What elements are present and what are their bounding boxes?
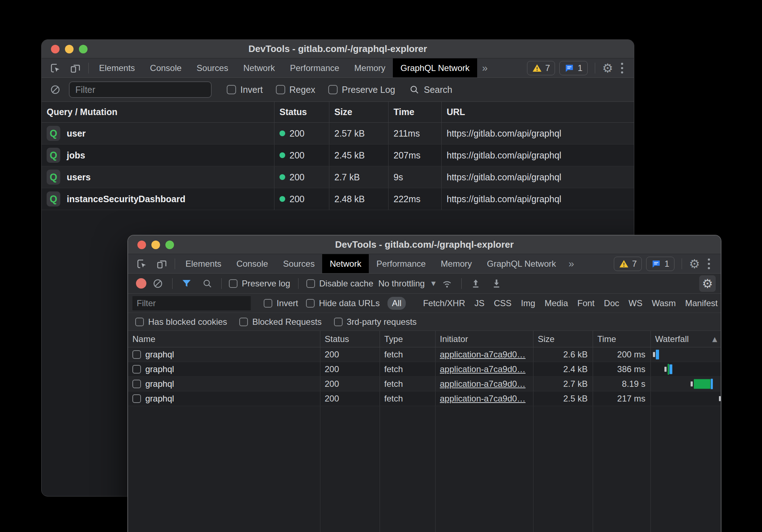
- tab-elements[interactable]: Elements: [178, 254, 229, 273]
- inspect-element-icon[interactable]: [128, 254, 152, 273]
- filter-type-css[interactable]: CSS: [494, 298, 512, 308]
- row-checkbox[interactable]: [132, 380, 141, 388]
- hide-data-urls-checkbox-group[interactable]: Hide data URLs: [306, 298, 380, 308]
- has-blocked-cookies-checkbox[interactable]: [135, 318, 144, 326]
- column-header-status[interactable]: Status: [320, 331, 380, 347]
- filter-type-wasm[interactable]: Wasm: [652, 298, 676, 308]
- table-row[interactable]: Qjobs 200 2.45 kB 207ms https://gitlab.c…: [42, 144, 634, 166]
- column-header-status[interactable]: Status: [274, 102, 329, 122]
- column-header-type[interactable]: Type: [380, 331, 436, 347]
- has-blocked-cookies-checkbox-group[interactable]: Has blocked cookies: [135, 317, 227, 327]
- invert-checkbox-group[interactable]: Invert: [264, 298, 298, 308]
- more-options-icon[interactable]: [617, 63, 627, 73]
- invert-checkbox-group[interactable]: Invert: [227, 85, 263, 95]
- preserve-log-checkbox-group[interactable]: Preserve Log: [328, 85, 395, 95]
- filter-input[interactable]: [69, 81, 212, 98]
- throttling-select[interactable]: No throttling ▼: [378, 279, 436, 289]
- column-header-time[interactable]: Time: [389, 102, 442, 122]
- preserve-log-checkbox[interactable]: [229, 279, 237, 288]
- zoom-window-button[interactable]: [165, 241, 174, 249]
- filter-type-ws[interactable]: WS: [629, 298, 643, 308]
- minimize-window-button[interactable]: [151, 241, 160, 249]
- tab-elements[interactable]: Elements: [91, 58, 142, 77]
- table-row[interactable]: QinstanceSecurityDashboard 200 2.48 kB 2…: [42, 188, 634, 210]
- close-window-button[interactable]: [51, 45, 60, 53]
- tab-console[interactable]: Console: [142, 58, 189, 77]
- search-icon[interactable]: [198, 278, 217, 289]
- table-row[interactable]: graphql 200 fetch application-a7ca9d0… 2…: [128, 391, 721, 406]
- tab-memory[interactable]: Memory: [433, 254, 480, 273]
- issues-badge[interactable]: 1: [559, 61, 587, 75]
- tab-performance[interactable]: Performance: [282, 58, 347, 77]
- network-settings-button[interactable]: ⚙: [699, 275, 716, 292]
- blocked-requests-checkbox[interactable]: [239, 318, 248, 326]
- disable-cache-checkbox-group[interactable]: Disable cache: [306, 279, 373, 289]
- hide-data-urls-checkbox[interactable]: [306, 299, 315, 308]
- tab-graphql-network[interactable]: GraphQL Network: [393, 58, 477, 77]
- table-row[interactable]: graphql 200 fetch application-a7ca9d0… 2…: [128, 362, 721, 377]
- tab-performance[interactable]: Performance: [369, 254, 433, 273]
- row-checkbox[interactable]: [132, 365, 141, 374]
- network-conditions-icon[interactable]: [437, 278, 457, 289]
- initiator-link[interactable]: application-a7ca9d0…: [440, 379, 526, 389]
- third-party-requests-checkbox-group[interactable]: 3rd-party requests: [334, 317, 417, 327]
- column-header-size[interactable]: Size: [329, 102, 389, 122]
- warnings-badge[interactable]: 7: [527, 61, 555, 75]
- import-har-icon[interactable]: [466, 278, 485, 289]
- filter-type-font[interactable]: Font: [577, 298, 594, 308]
- table-row[interactable]: Qusers 200 2.7 kB 9s https://gitlab.com/…: [42, 166, 634, 188]
- initiator-link[interactable]: application-a7ca9d0…: [440, 394, 526, 404]
- device-toolbar-icon[interactable]: [65, 58, 85, 77]
- third-party-requests-checkbox[interactable]: [334, 318, 343, 326]
- filter-type-fetch-xhr[interactable]: Fetch/XHR: [423, 298, 465, 308]
- zoom-window-button[interactable]: [79, 45, 88, 53]
- close-window-button[interactable]: [137, 241, 146, 249]
- tab-memory[interactable]: Memory: [347, 58, 393, 77]
- invert-checkbox[interactable]: [227, 85, 236, 94]
- filter-funnel-icon[interactable]: [177, 278, 196, 289]
- table-row[interactable]: Quser 200 2.57 kB 211ms https://gitlab.c…: [42, 123, 634, 144]
- inspect-element-icon[interactable]: [42, 58, 65, 77]
- regex-checkbox[interactable]: [276, 85, 285, 94]
- column-header-time[interactable]: Time: [593, 331, 651, 347]
- tab-graphql-network[interactable]: GraphQL Network: [479, 254, 564, 273]
- column-header-name[interactable]: Name: [128, 331, 320, 347]
- tab-sources[interactable]: Sources: [276, 254, 322, 273]
- tab-network[interactable]: Network: [322, 254, 369, 273]
- device-toolbar-icon[interactable]: [152, 254, 172, 273]
- settings-gear-icon[interactable]: ⚙: [602, 62, 613, 74]
- column-header-waterfall[interactable]: Waterfall ▲: [651, 331, 721, 347]
- export-har-icon[interactable]: [487, 278, 506, 289]
- column-header-query-mutation[interactable]: Query / Mutation: [42, 102, 274, 122]
- column-header-url[interactable]: URL: [442, 102, 634, 122]
- preserve-log-checkbox[interactable]: [328, 85, 338, 94]
- filter-type-all[interactable]: All: [387, 297, 406, 310]
- more-tabs-chevron-icon[interactable]: »: [477, 58, 493, 77]
- tab-network[interactable]: Network: [236, 58, 282, 77]
- initiator-link[interactable]: application-a7ca9d0…: [440, 350, 526, 360]
- block-icon[interactable]: [42, 84, 65, 95]
- filter-type-media[interactable]: Media: [545, 298, 568, 308]
- clear-icon[interactable]: [148, 278, 168, 289]
- more-options-icon[interactable]: [704, 258, 714, 269]
- disable-cache-checkbox[interactable]: [306, 279, 315, 288]
- table-row[interactable]: graphql 200 fetch application-a7ca9d0… 2…: [128, 347, 721, 362]
- record-button[interactable]: [136, 278, 146, 289]
- warnings-badge[interactable]: 7: [614, 257, 642, 271]
- regex-checkbox-group[interactable]: Regex: [276, 85, 315, 95]
- filter-type-manifest[interactable]: Manifest: [685, 298, 718, 308]
- tab-console[interactable]: Console: [229, 254, 276, 273]
- filter-type-doc[interactable]: Doc: [604, 298, 619, 308]
- initiator-link[interactable]: application-a7ca9d0…: [440, 364, 526, 374]
- preserve-log-checkbox-group[interactable]: Preserve log: [229, 279, 290, 289]
- more-tabs-chevron-icon[interactable]: »: [564, 254, 579, 273]
- filter-input[interactable]: [132, 296, 251, 310]
- row-checkbox[interactable]: [132, 394, 141, 403]
- settings-gear-icon[interactable]: ⚙: [689, 258, 700, 270]
- issues-badge[interactable]: 1: [646, 257, 674, 271]
- minimize-window-button[interactable]: [65, 45, 74, 53]
- column-header-size[interactable]: Size: [533, 331, 593, 347]
- invert-checkbox[interactable]: [264, 299, 272, 308]
- column-header-initiator[interactable]: Initiator: [436, 331, 533, 347]
- tab-sources[interactable]: Sources: [189, 58, 236, 77]
